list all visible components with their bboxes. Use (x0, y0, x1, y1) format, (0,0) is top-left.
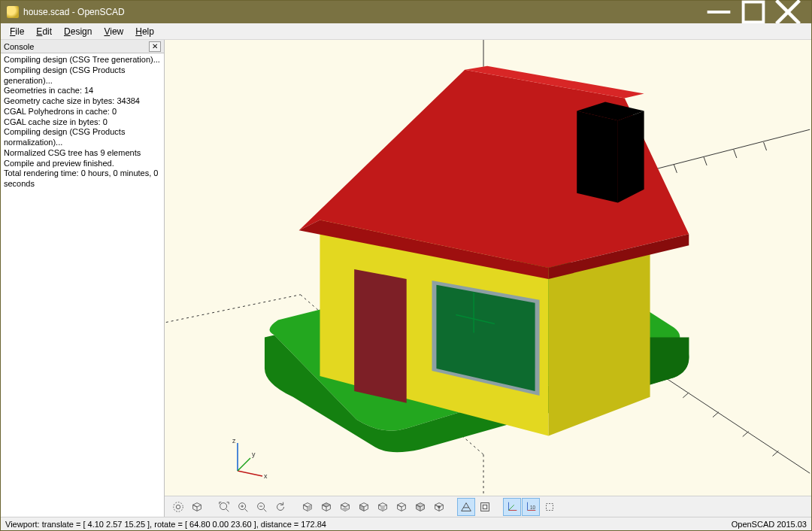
svg-line-17 (743, 432, 749, 437)
render-button[interactable] (188, 498, 206, 516)
menu-file[interactable]: File (4, 25, 30, 38)
svg-line-15 (683, 393, 689, 398)
house-chimney (577, 102, 644, 202)
svg-line-47 (264, 508, 267, 511)
reset-view-button[interactable] (271, 498, 289, 516)
show-scale-button[interactable]: 10 (522, 498, 540, 516)
svg-line-11 (674, 165, 677, 173)
menu-help[interactable]: Help (129, 25, 160, 38)
perspective-button[interactable] (457, 498, 475, 516)
window-title: house.scad - OpenSCAD (23, 7, 701, 17)
viewport-toolbar: 10 (165, 496, 811, 517)
view-all-button[interactable] (215, 498, 233, 516)
viewport-pane: z x y (165, 40, 811, 517)
show-crosshairs-button[interactable] (541, 498, 559, 516)
menu-design[interactable]: Design (58, 25, 98, 38)
view-front-button[interactable] (374, 498, 392, 516)
svg-line-10 (704, 157, 707, 165)
console-close-button[interactable]: ✕ (149, 41, 161, 52)
menu-bar: File Edit Design View Help (1, 23, 811, 40)
maximize-button[interactable] (736, 1, 771, 23)
view-center-button[interactable] (430, 498, 448, 516)
orthographic-button[interactable] (476, 498, 494, 516)
close-button[interactable] (771, 1, 805, 23)
svg-point-40 (220, 502, 227, 509)
view-bottom-button[interactable] (336, 498, 354, 516)
svg-rect-52 (481, 502, 489, 511)
svg-line-16 (713, 412, 719, 417)
console-header[interactable]: Console ✕ (1, 40, 164, 53)
svg-rect-60 (547, 503, 553, 510)
console-pane: Console ✕ Compiling design (CSG Tree gen… (1, 40, 165, 517)
svg-text:10: 10 (530, 504, 536, 509)
console-title: Console (4, 42, 34, 51)
main-area: Console ✕ Compiling design (CSG Tree gen… (1, 40, 811, 517)
svg-rect-1 (744, 2, 764, 23)
svg-line-56 (509, 505, 514, 510)
svg-line-4 (166, 295, 301, 323)
svg-rect-53 (483, 505, 486, 508)
viewport-status: Viewport: translate = [ 4.10 2.57 15.25 … (5, 520, 326, 529)
svg-line-18 (773, 451, 779, 456)
svg-marker-30 (618, 111, 644, 202)
view-diagonal-button[interactable] (411, 498, 429, 516)
svg-marker-29 (577, 111, 618, 202)
view-right-button[interactable] (298, 498, 317, 516)
console-output[interactable]: Compiling design (CSG Tree generation)..… (1, 53, 164, 517)
svg-line-12 (764, 142, 767, 150)
title-bar[interactable]: house.scad - OpenSCAD (1, 1, 811, 23)
minimize-button[interactable] (701, 1, 736, 23)
view-left-button[interactable] (355, 498, 373, 516)
svg-line-14 (652, 369, 810, 473)
preview-button[interactable] (169, 498, 187, 516)
zoom-out-button[interactable] (253, 498, 271, 516)
3d-viewport[interactable]: z x y (165, 40, 811, 496)
svg-point-38 (174, 502, 183, 511)
svg-line-9 (734, 150, 737, 158)
svg-line-43 (245, 508, 248, 511)
house-door (354, 269, 407, 403)
svg-line-41 (226, 508, 229, 511)
view-back-button[interactable] (392, 498, 411, 516)
zoom-in-button[interactable] (234, 498, 252, 516)
svg-rect-49 (380, 505, 384, 510)
close-icon: ✕ (152, 43, 158, 50)
show-axes-button[interactable] (503, 498, 521, 516)
menu-view[interactable]: View (98, 25, 129, 38)
svg-point-39 (176, 505, 180, 508)
3d-scene (165, 40, 811, 496)
svg-point-50 (438, 505, 441, 508)
status-bar: Viewport: translate = [ 4.10 2.57 15.25 … (1, 517, 811, 530)
app-icon (7, 6, 19, 18)
view-top-button[interactable] (317, 498, 335, 516)
version-label: OpenSCAD 2015.03 (732, 520, 807, 529)
app-window: house.scad - OpenSCAD File Edit Design V… (0, 0, 812, 531)
menu-edit[interactable]: Edit (30, 25, 58, 38)
